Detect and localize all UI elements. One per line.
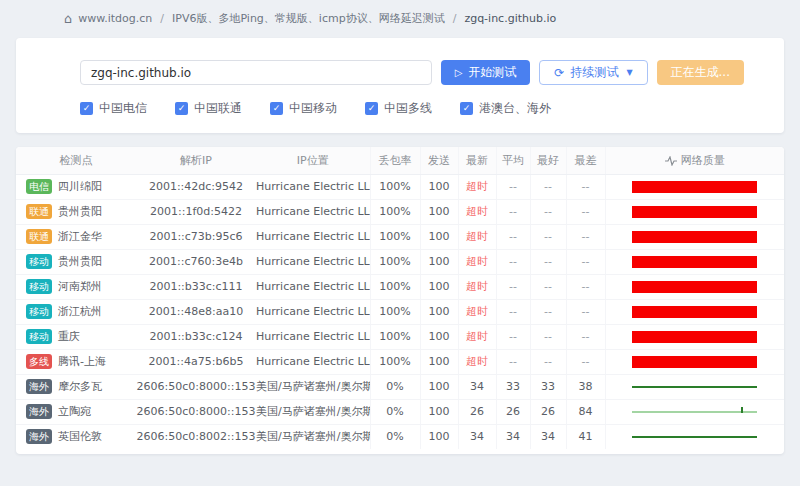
carrier-checkbox-label: 中国移动 [289,100,337,117]
column-header-9: 网络质量 [605,147,784,174]
node-cell: 移动贵州贵阳 [16,249,136,274]
carrier-checkbox-label: 中国电信 [99,100,147,117]
quality-red-bar [632,306,757,318]
checkbox-checked-icon[interactable]: ✓ [365,102,378,115]
best-cell: -- [530,174,566,199]
node-name: 立陶宛 [58,405,91,418]
breadcrumb-category[interactable]: IPV6版、多地Ping、常规版、icmp协议、网络延迟测试 [172,11,445,26]
resolved-ip-cell: 2001::42dc:9542 [136,174,256,199]
continuous-test-button[interactable]: ⟳ 持续测试 ▼ [539,60,647,85]
carrier-checkbox-3[interactable]: ✓中国多线 [365,100,432,117]
avg-cell: 33 [496,374,530,399]
column-header-4: 发送 [420,147,458,174]
resolved-ip-cell: 2001::c760:3e4b [136,249,256,274]
carrier-checkbox-4[interactable]: ✓港澳台、海外 [460,100,551,117]
network-quality-cell [605,224,784,249]
table-row: 移动河南郑州2001::b33c:c111Hurricane Electric … [16,274,784,299]
best-cell: 34 [530,424,566,449]
ip-location-cell: Hurricane Electric LLC [256,274,370,299]
carrier-checkbox-1[interactable]: ✓中国联通 [175,100,242,117]
packet-loss-cell: 100% [370,199,420,224]
node-name: 四川绵阳 [58,180,102,193]
network-quality-cell [605,424,784,449]
generating-button[interactable]: 正在生成... [657,60,744,85]
best-cell: -- [530,274,566,299]
checkbox-checked-icon[interactable]: ✓ [270,102,283,115]
worst-cell: -- [566,199,605,224]
breadcrumb-separator: / [451,12,459,25]
avg-cell: -- [496,299,530,324]
network-quality-cell [605,199,784,224]
ip-location-cell: Hurricane Electric LLC [256,249,370,274]
quality-red-bar [632,256,757,268]
host-input[interactable] [80,60,432,85]
checkbox-checked-icon[interactable]: ✓ [460,102,473,115]
start-test-button[interactable]: ▷ 开始测试 [441,60,531,85]
ip-location-cell: Hurricane Electric LLC [256,174,370,199]
best-cell: 26 [530,399,566,424]
column-header-0: 检测点 [16,147,136,174]
table-row: 移动重庆2001::b33c:c124Hurricane Electric LL… [16,324,784,349]
network-quality-cell [605,174,784,199]
worst-cell: -- [566,224,605,249]
column-header-8: 最差 [566,147,605,174]
checkbox-checked-icon[interactable]: ✓ [175,102,188,115]
home-icon: ⌂ [64,12,72,25]
carrier-badge: 移动 [26,329,52,344]
resolved-ip-cell: 2606:50c0:8000::153 [136,374,256,399]
worst-cell: -- [566,299,605,324]
node-cell: 移动河南郑州 [16,274,136,299]
avg-cell: -- [496,174,530,199]
resolved-ip-cell: 2606:50c0:8000::153 [136,399,256,424]
resolved-ip-cell: 2001::1f0d:5422 [136,199,256,224]
carrier-badge: 联通 [26,204,52,219]
resolved-ip-cell: 2606:50c0:8002::153 [136,424,256,449]
table-body: 电信四川绵阳2001::42dc:9542Hurricane Electric … [16,174,784,449]
node-name: 重庆 [58,330,80,343]
carrier-badge: 海外 [26,404,52,419]
carrier-checkbox-0[interactable]: ✓中国电信 [80,100,147,117]
table-row: 联通浙江金华2001::c73b:95c6Hurricane Electric … [16,224,784,249]
avg-cell: -- [496,274,530,299]
chevron-down-icon: ▼ [626,68,632,77]
carrier-checkbox-label: 中国多线 [384,100,432,117]
sent-cell: 100 [420,174,458,199]
best-cell: 33 [530,374,566,399]
best-cell: -- [530,249,566,274]
column-header-7: 最好 [530,147,566,174]
sent-cell: 100 [420,274,458,299]
sent-cell: 100 [420,324,458,349]
carrier-badge: 多线 [26,354,52,369]
best-cell: -- [530,299,566,324]
packet-loss-cell: 0% [370,399,420,424]
worst-cell: -- [566,249,605,274]
results-table: 检测点解析IPIP位置丢包率发送最新平均最好最差网络质量 电信四川绵阳2001:… [16,147,784,449]
packet-loss-cell: 100% [370,349,420,374]
worst-cell: -- [566,349,605,374]
column-header-label: 网络质量 [681,154,725,167]
table-row: 海外英国伦敦2606:50c0:8002::153美国/马萨诸塞州/奥尔斯顿/F… [16,424,784,449]
results-table-card: 检测点解析IPIP位置丢包率发送最新平均最好最差网络质量 电信四川绵阳2001:… [16,147,784,454]
carrier-checkbox-row: ✓中国电信✓中国联通✓中国移动✓中国多线✓港澳台、海外 [80,100,744,117]
carrier-checkbox-2[interactable]: ✓中国移动 [270,100,337,117]
ip-location-cell: 美国/马萨诸塞州/奥尔斯顿/Fastly, Inc. [256,374,370,399]
network-quality-cell [605,374,784,399]
latest-cell: 26 [458,399,496,424]
node-cell: 海外立陶宛 [16,399,136,424]
worst-cell: -- [566,174,605,199]
carrier-badge: 联通 [26,229,52,244]
quality-red-bar [632,231,757,243]
latest-cell: 超时 [458,224,496,249]
worst-cell: -- [566,324,605,349]
breadcrumb-site[interactable]: www.itdog.cn [78,12,152,25]
quality-green-line [632,386,757,388]
checkbox-checked-icon[interactable]: ✓ [80,102,93,115]
latest-cell: 34 [458,374,496,399]
latest-cell: 超时 [458,349,496,374]
node-cell: 联通浙江金华 [16,224,136,249]
activity-icon [665,156,677,166]
play-icon: ▷ [455,67,463,78]
packet-loss-cell: 0% [370,374,420,399]
latest-cell: 超时 [458,199,496,224]
avg-cell: 26 [496,399,530,424]
